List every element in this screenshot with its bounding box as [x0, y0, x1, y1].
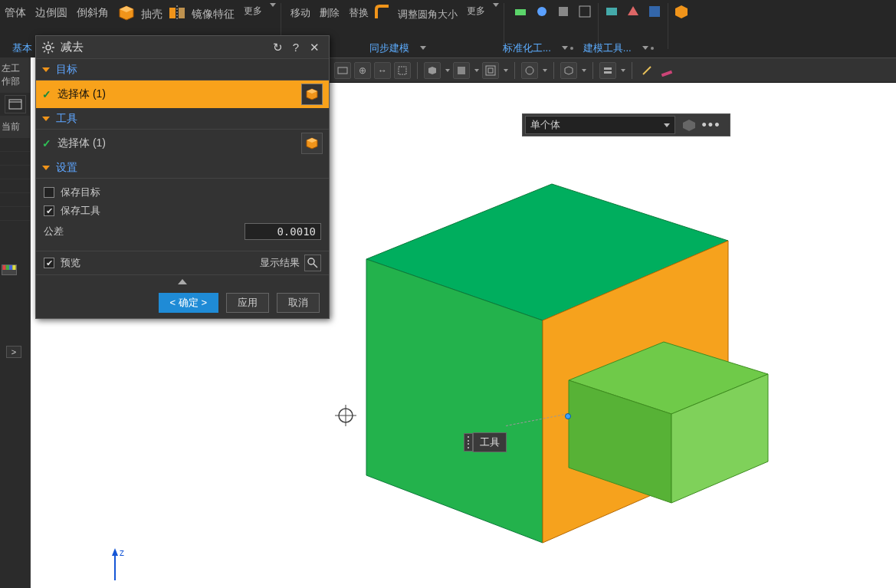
selection-value: 单个体: [530, 118, 560, 132]
reset-button[interactable]: ↻: [269, 39, 286, 56]
svg-rect-5: [515, 9, 526, 15]
tb-measure-icon[interactable]: [658, 62, 675, 79]
left-expand-button[interactable]: >: [6, 346, 21, 358]
rib-more2[interactable]: 更多: [467, 5, 485, 18]
collapse-arrow-icon: [42, 166, 50, 170]
left-row[interactable]: [0, 179, 30, 193]
left-current: 当前: [0, 116, 30, 138]
svg-marker-10: [628, 6, 638, 15]
svg-rect-14: [399, 67, 406, 74]
resize-fillet-icon: [373, 3, 393, 25]
tb-sel-icon[interactable]: [394, 62, 411, 79]
svg-point-19: [526, 67, 533, 74]
icon-btn-4[interactable]: [576, 3, 593, 20]
section-header-settings[interactable]: 设置: [36, 157, 329, 179]
tb-plane-icon[interactable]: [334, 62, 351, 79]
svg-line-45: [51, 43, 53, 44]
tb-face-icon[interactable]: [453, 62, 470, 79]
tab-tool[interactable]: 建模工具...: [576, 39, 639, 57]
rib-item-tube[interactable]: 管体: [0, 3, 31, 23]
left-row[interactable]: [0, 207, 30, 221]
select-tool-label: 选择体 (1): [57, 136, 295, 150]
section-header-tool[interactable]: 工具: [36, 108, 329, 130]
icon-btn-2[interactable]: [533, 3, 550, 20]
svg-rect-11: [649, 6, 660, 17]
rib-item-delete[interactable]: 删除: [315, 3, 344, 23]
tb-solid-icon[interactable]: [424, 62, 441, 79]
model-scene[interactable]: [322, 161, 797, 588]
body-picker-button[interactable]: [301, 84, 323, 105]
left-window-icon[interactable]: [5, 95, 26, 113]
chevron-down-icon[interactable]: [582, 69, 586, 72]
collapse-handle[interactable]: [36, 275, 329, 287]
checkbox-checked[interactable]: [44, 205, 54, 216]
icon-btn-7[interactable]: [646, 3, 663, 20]
svg-point-51: [308, 258, 314, 264]
collapse-arrow-icon: [42, 117, 50, 121]
preview-checkbox[interactable]: [44, 258, 54, 268]
rib-item-edge-round[interactable]: 边倒圆: [31, 3, 72, 23]
check-icon: ✓: [42, 137, 51, 149]
checkbox-unchecked[interactable]: [44, 187, 54, 198]
annotation-anchor[interactable]: [565, 413, 571, 419]
chevron-down-icon[interactable]: [543, 69, 547, 72]
rib-item-chamfer[interactable]: 倒斜角: [72, 3, 113, 23]
tb-point-icon[interactable]: ⊕: [354, 62, 371, 79]
svg-line-44: [51, 51, 53, 52]
selection-dropdown[interactable]: 单个体: [525, 116, 675, 134]
body-picker-button[interactable]: [301, 133, 323, 154]
left-row[interactable]: [0, 166, 30, 179]
show-result-button[interactable]: [304, 255, 321, 271]
annotation-callout[interactable]: 工具: [464, 432, 507, 452]
left-row[interactable]: [0, 193, 30, 207]
rib-item-mirror[interactable]: 镜像特征: [187, 5, 239, 25]
cancel-button[interactable]: 取消: [277, 293, 320, 313]
chevron-down-icon[interactable]: [445, 69, 450, 72]
save-target-checkbox-row[interactable]: 保存目标: [44, 183, 321, 202]
chevron-down-icon[interactable]: [474, 69, 479, 72]
section-header-target[interactable]: 目标: [36, 59, 329, 80]
filter-icon[interactable]: [680, 117, 697, 133]
chevron-down-icon[interactable]: [621, 69, 625, 72]
left-row[interactable]: [0, 138, 30, 152]
select-target-row[interactable]: ✓ 选择体 (1): [36, 80, 329, 108]
tb-layer-icon[interactable]: [599, 62, 616, 79]
icon-btn-6[interactable]: [625, 3, 642, 20]
ok-button[interactable]: < 确定 >: [159, 293, 218, 313]
apply-button[interactable]: 应用: [226, 293, 269, 313]
tb-view-icon[interactable]: [521, 62, 538, 79]
close-button[interactable]: ✕: [306, 39, 323, 56]
help-button[interactable]: ?: [287, 39, 304, 56]
svg-rect-27: [2, 265, 5, 270]
drag-handle-icon[interactable]: [464, 433, 473, 452]
rib-item-shell[interactable]: 抽壳: [136, 5, 167, 25]
icon-btn-1[interactable]: [512, 3, 529, 20]
rib-more1[interactable]: 更多: [244, 5, 262, 18]
rib-item-replace[interactable]: 替换: [344, 3, 373, 23]
svg-line-52: [313, 264, 317, 268]
more-icon[interactable]: •••: [702, 117, 720, 133]
left-row[interactable]: [0, 152, 30, 166]
tab-sync[interactable]: 同步建模: [362, 39, 417, 57]
save-tool-checkbox-row[interactable]: 保存工具: [44, 202, 321, 220]
rib-item-resize-fillet[interactable]: 调整圆角大小: [393, 5, 462, 25]
tb-wand-icon[interactable]: [638, 62, 655, 79]
tolerance-row: 公差: [44, 220, 321, 243]
tb-arrow-icon[interactable]: ↔: [374, 62, 391, 79]
svg-rect-16: [458, 67, 465, 74]
rib-item-move[interactable]: 移动: [286, 3, 315, 23]
dot-icon: [570, 47, 573, 50]
icon-btn-5[interactable]: [603, 3, 620, 20]
icon-btn-3[interactable]: [555, 3, 572, 20]
dialog-titlebar[interactable]: 减去 ↻ ? ✕: [36, 36, 329, 59]
tab-std[interactable]: 标准化工...: [495, 39, 559, 57]
left-palette-icon[interactable]: [2, 264, 17, 275]
settings-body: 保存目标 保存工具 公差: [36, 179, 329, 251]
chevron-down-icon[interactable]: [504, 69, 508, 72]
tb-iso-icon[interactable]: [560, 62, 577, 79]
tolerance-input[interactable]: [245, 223, 321, 240]
svg-line-23: [643, 67, 651, 74]
select-tool-row[interactable]: ✓ 选择体 (1): [36, 130, 329, 157]
icon-btn-8[interactable]: [673, 3, 690, 20]
tb-box-icon[interactable]: [482, 62, 499, 79]
